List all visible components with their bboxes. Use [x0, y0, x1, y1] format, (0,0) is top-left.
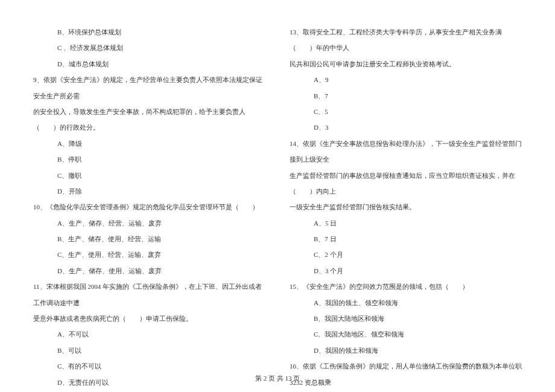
q15-option-d: D、我国的领土和领海: [290, 343, 522, 358]
q13-option-b: B、7: [290, 88, 522, 104]
q8-option-b: B、环境保护总体规划: [33, 24, 265, 40]
q9-option-a: A、降级: [33, 136, 265, 151]
q9-option-d: D、开除: [33, 183, 265, 199]
q15-option-a: A、我国的领土、领空和领海: [290, 295, 522, 311]
q9-text-cont: 的安全投入，导致发生生产安全事故，尚不构成犯罪的，给予主要负责人（ ）的行政处分…: [33, 104, 265, 136]
q11-text: 11、宋体根据我国 2004 年实施的《工伤保险条例》，在上下班、因工外出或者工…: [33, 279, 265, 311]
q14-text: 14、依据《生产安全事故信息报告和处理办法》，下一级安全生产监督经管部门接到上级…: [290, 136, 522, 168]
q14-text-cont: 生产监督经管部门的事故信息举报核查通知后，应当立即组织查证核实，并在（ ）内向上: [290, 168, 522, 200]
q14-text-cont2: 一级安全生产监督经管部门报告核实结果。: [290, 199, 522, 215]
q9-text: 9、依据《安全生产法》的规定，生产经营单位主要负责人不依照本法规定保证安全生产所…: [33, 72, 265, 104]
q10-option-a: A、生产、储存、经营、运输、废弃: [33, 215, 265, 231]
q14-option-c: C、2 个月: [290, 247, 522, 262]
q10-option-d: D、生产、储存、使用、运输、废弃: [33, 263, 265, 279]
q8-option-c: C 、经济发展总体规划: [33, 40, 265, 55]
q9-option-b: B、停职: [33, 151, 265, 167]
q15-option-b: B、我国大陆地区和领海: [290, 311, 522, 326]
q8-option-d: D、城市总体规划: [33, 56, 265, 72]
q11-option-a: A、不可以: [33, 326, 265, 342]
right-column: 13、取得安全工程、工程经济类大学专科学历，从事安全生产相关业务满（ ）年的中华…: [290, 24, 522, 362]
page-footer: 第 2 页 共 13 页: [0, 374, 555, 383]
q13-option-a: A、9: [290, 72, 522, 87]
q13-text: 13、取得安全工程、工程经济类大学专科学历，从事安全生产相关业务满（ ）年的中华…: [290, 24, 522, 56]
q15-option-c: C、我国大陆地区、领空和领海: [290, 326, 522, 342]
q10-option-c: C、生产、使用、经营、运输、废弃: [33, 247, 265, 262]
q11-text-cont: 受意外事故或者患疾病死亡的（ ）申请工伤保险。: [33, 311, 265, 326]
q13-text-cont: 民共和国公民可申请参加注册安全工程师执业资格考试。: [290, 56, 522, 72]
q10-option-b: B、生产、储存、使用、经营、运输: [33, 231, 265, 247]
q11-option-b: B、可以: [33, 343, 265, 358]
left-column: B、环境保护总体规划 C 、经济发展总体规划 D、城市总体规划 9、依据《安全生…: [33, 24, 265, 362]
q10-text: 10、《危险化学品安全管理条例》规定的危险化学品安全管理环节是（ ）: [33, 199, 265, 215]
q13-option-c: C、5: [290, 104, 522, 119]
q14-option-d: D、3 个月: [290, 263, 522, 279]
q11-option-c: C、有的不可以: [33, 358, 265, 374]
q14-option-a: A、5 日: [290, 215, 522, 231]
q13-option-d: D、3: [290, 119, 522, 135]
q14-option-b: B、7 日: [290, 231, 522, 247]
q15-text: 15、《安全生产法》的空间效力范围是的领域，包括（ ）: [290, 279, 522, 294]
q9-option-c: C、撤职: [33, 168, 265, 183]
